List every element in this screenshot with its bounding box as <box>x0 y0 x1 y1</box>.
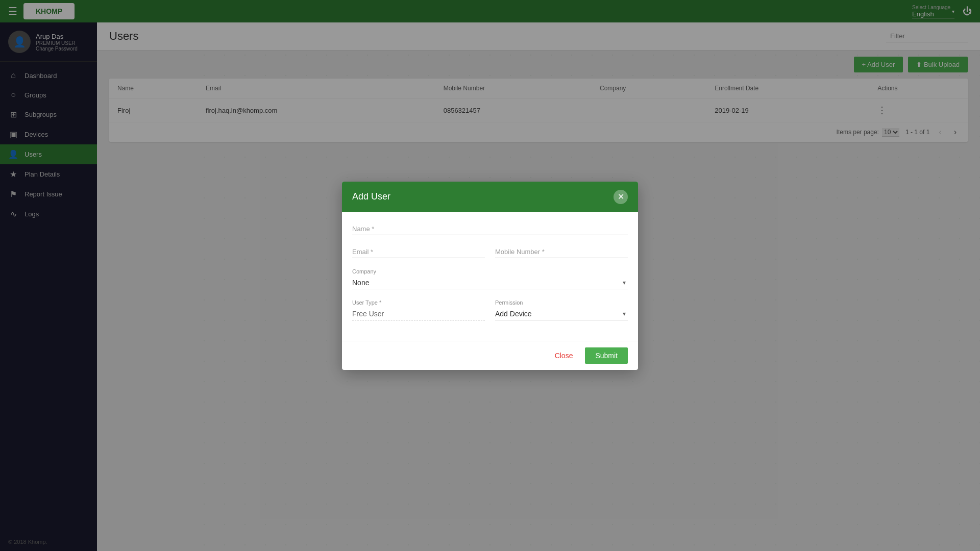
modal-footer: Close Submit <box>342 341 638 370</box>
modal-close-button[interactable]: ✕ <box>614 190 628 204</box>
modal-header: Add User ✕ <box>342 182 638 212</box>
modal-overlay: Add User ✕ Company No <box>0 0 980 551</box>
permission-field: Permission Add Device View Only Full Acc… <box>495 299 628 320</box>
permission-select-wrapper: Add Device View Only Full Access <box>495 308 628 320</box>
company-label: Company <box>352 268 628 274</box>
permission-label: Permission <box>495 299 628 306</box>
mobile-field <box>495 245 628 258</box>
modal-body: Company None User Type * Free User Permi… <box>342 212 638 341</box>
email-mobile-row <box>352 245 628 258</box>
add-user-modal: Add User ✕ Company No <box>342 182 638 370</box>
usertype-label: User Type * <box>352 299 485 306</box>
usertype-value: Free User <box>352 308 485 320</box>
usertype-field: User Type * Free User <box>352 299 485 320</box>
permission-select[interactable]: Add Device View Only Full Access <box>495 308 628 320</box>
close-modal-button[interactable]: Close <box>549 347 579 364</box>
name-input[interactable] <box>352 222 628 235</box>
company-select[interactable]: None <box>352 277 628 289</box>
company-select-wrapper: None <box>352 277 628 289</box>
mobile-input[interactable] <box>495 245 628 258</box>
email-input[interactable] <box>352 245 485 258</box>
company-field-row: Company None <box>352 268 628 289</box>
usertype-permission-row: User Type * Free User Permission Add Dev… <box>352 299 628 320</box>
name-field-row <box>352 222 628 235</box>
email-field <box>352 245 485 258</box>
submit-button[interactable]: Submit <box>585 347 628 364</box>
modal-title: Add User <box>352 191 390 202</box>
